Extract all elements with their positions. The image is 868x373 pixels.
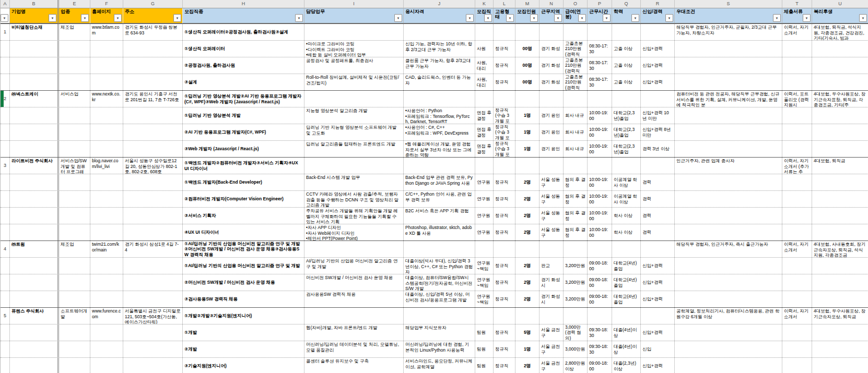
cell-N-row2[interactable]: 경기 화성	[539, 41, 564, 57]
cell-L-row20[interactable]: 정규직	[494, 341, 515, 357]
cell-I-row19[interactable]: 웹(자바)개발, 자바 프론트/엔드 개발	[304, 324, 404, 341]
filter-icon[interactable]: ▼	[859, 14, 867, 22]
cell-T-row9[interactable]: 이력서, 자기소개서 (추가서류는 추	[782, 158, 812, 174]
cell-T-row3[interactable]	[782, 57, 812, 74]
cell-A-row12[interactable]	[1, 208, 10, 224]
cell-F-row7[interactable]	[90, 124, 123, 140]
cell-K-row6[interactable]: 면접 후 결정	[475, 107, 494, 124]
cell-H-row5[interactable]: ①딥러닝 기반 영상분석 개발②AI 기반 응용프로그램 개발자(C#, WPF…	[183, 91, 304, 107]
cell-U-row10[interactable]	[812, 174, 868, 190]
cell-P-row12[interactable]: 10:00-19:00	[588, 208, 612, 224]
cell-L-row16[interactable]: 정규직	[494, 274, 515, 291]
cell-H-row13[interactable]: ④UX UI 디자이너	[183, 224, 304, 240]
cell-B-row6[interactable]	[10, 107, 59, 124]
cell-R-row12[interactable]: 경력	[641, 208, 675, 224]
cell-M-row3[interactable]: 00명	[515, 57, 539, 74]
cell-B-row18[interactable]: 퓨렌스 주식회사	[10, 308, 59, 324]
filter-icon[interactable]: ▼	[173, 14, 181, 22]
cell-P-row5[interactable]	[588, 91, 612, 107]
cell-E-row6[interactable]	[59, 107, 90, 124]
cell-N-row18[interactable]	[539, 308, 564, 324]
column-letter-G[interactable]: G	[123, 0, 183, 8]
cell-G-row4[interactable]	[123, 74, 183, 90]
cell-O-row3[interactable]: 고졸초봉 210만원 (경력직	[564, 57, 588, 74]
cell-B-row15[interactable]	[10, 258, 59, 274]
cell-G-row7[interactable]	[123, 124, 183, 140]
cell-K-row18[interactable]	[475, 308, 494, 324]
cell-F-row15[interactable]	[90, 258, 123, 274]
cell-A-row21[interactable]	[1, 358, 10, 373]
cell-K-row14[interactable]	[475, 241, 494, 257]
cell-R-row7[interactable]: 신입+경력 8년 미만	[641, 124, 675, 140]
column-letter-T[interactable]: T	[782, 0, 812, 8]
cell-I-row12[interactable]: 주차공유 서비스 개발을 위해 기획안을 개발 레벨까지 구체화하여 필요한 기…	[304, 208, 404, 224]
cell-T-row13[interactable]	[782, 224, 812, 240]
cell-B-row7[interactable]	[10, 124, 59, 140]
cell-G-row5[interactable]: 경기도 용인시 기흥구 서천로 201번길 11, 7층 T-726호	[123, 91, 183, 107]
cell-M-row12[interactable]: 2명	[515, 208, 539, 224]
cell-S-row20[interactable]	[675, 341, 782, 357]
cell-M-row5[interactable]	[515, 91, 539, 107]
cell-M-row4[interactable]: 00명	[515, 74, 539, 90]
cell-B-row1[interactable]: 비티엘첨단소재	[10, 24, 59, 40]
cell-G-row21[interactable]	[123, 358, 183, 373]
cell-M-row7[interactable]: 1명	[515, 124, 539, 140]
cell-P-row1[interactable]	[588, 24, 612, 40]
cell-R-row3[interactable]: 신입+경력	[641, 57, 675, 74]
cell-U-row12[interactable]	[812, 208, 868, 224]
cell-T-row4[interactable]	[782, 74, 812, 90]
cell-H-row21[interactable]: ③기술지원(엔지니어)	[183, 358, 304, 373]
cell-O-row12[interactable]: 협의 후 결정	[564, 208, 588, 224]
cell-J-row19[interactable]: 해당업무 지식보유자	[404, 324, 475, 341]
cell-E-row15[interactable]	[59, 258, 90, 274]
cell-N-row8[interactable]: 경기 용인	[539, 141, 564, 157]
cell-H-row6[interactable]: ①딥러닝 기반 영상분석 개발	[183, 107, 304, 124]
cell-B-row3[interactable]	[10, 57, 59, 74]
filter-icon[interactable]: ▼	[114, 14, 122, 22]
cell-H-row18[interactable]: ①개발②개발③기술지원(엔지니어)	[183, 308, 304, 324]
cell-N-row16[interactable]: 경기 화성시	[539, 274, 564, 291]
cell-H-row10[interactable]: ①백엔드 개발자(Back-End Developer)	[183, 174, 304, 190]
cell-P-row17[interactable]: 09:00-18:00	[588, 291, 612, 307]
cell-L-row1[interactable]	[494, 24, 515, 40]
cell-G-row12[interactable]	[123, 208, 183, 224]
cell-S-row11[interactable]	[675, 191, 782, 207]
cell-T-row19[interactable]	[782, 324, 812, 341]
column-letter-I[interactable]: I	[304, 0, 404, 8]
cell-E-row5[interactable]: 서비스업	[59, 91, 90, 107]
cell-F-row13[interactable]	[90, 224, 123, 240]
cell-O-row5[interactable]	[564, 91, 588, 107]
cell-R-row16[interactable]: 신입+경력	[641, 274, 675, 291]
cell-P-row3[interactable]: 08:30-17:30	[588, 57, 612, 74]
cell-G-row13[interactable]	[123, 224, 183, 240]
cell-T-row1[interactable]: 이력서, 자기소개서	[782, 24, 812, 40]
cell-A-row7[interactable]	[1, 124, 10, 140]
cell-E-row13[interactable]	[59, 224, 90, 240]
cell-Q-row17[interactable]: 대학교(4년)졸업	[612, 291, 641, 307]
cell-I-row14[interactable]	[304, 241, 404, 257]
cell-E-row4[interactable]	[59, 74, 90, 90]
cell-P-row4[interactable]: 08:30-17:30	[588, 74, 612, 90]
cell-N-row6[interactable]: 경기 용인	[539, 107, 564, 124]
cell-S-row7[interactable]	[675, 124, 782, 140]
cell-K-row16[interactable]: 연구원~책임	[475, 274, 494, 291]
cell-E-row21[interactable]	[59, 358, 90, 373]
cell-B-row5[interactable]: ㈜넥스트케이	[10, 91, 59, 107]
filter-icon[interactable]: ▼	[466, 14, 474, 22]
cell-I-row11[interactable]: CCTV 카메라 영상에서 사람 검출/추적, 보행자 검출 등을 수행하는 D…	[304, 191, 404, 207]
cell-Q-row5[interactable]	[612, 91, 641, 107]
cell-J-row12[interactable]: B2C 서비스 혹은 APP 기획 경험	[404, 208, 475, 224]
cell-J-row18[interactable]	[404, 308, 475, 324]
cell-G-row11[interactable]	[123, 191, 183, 207]
cell-B-row20[interactable]	[10, 341, 59, 357]
cell-G-row9[interactable]: 서울시 성동구 성수일로12길 20, 성동안심상가 802-1호, 802-2…	[123, 158, 183, 174]
cell-H-row9[interactable]: ①백엔드 개발자②컴퓨터비전 개발자③서비스 기획자④UX UI 디자이너	[183, 158, 304, 174]
cell-R-row5[interactable]	[641, 91, 675, 107]
cell-S-row17[interactable]	[675, 291, 782, 307]
cell-Q-row12[interactable]: 학사 이상	[612, 208, 641, 224]
cell-A-row15[interactable]	[1, 258, 10, 274]
cell-N-row13[interactable]: 서울 성동구	[539, 224, 564, 240]
cell-B-row21[interactable]	[10, 358, 59, 373]
cell-S-row12[interactable]	[675, 208, 782, 224]
cell-Q-row3[interactable]: 고졸 이상	[612, 57, 641, 74]
